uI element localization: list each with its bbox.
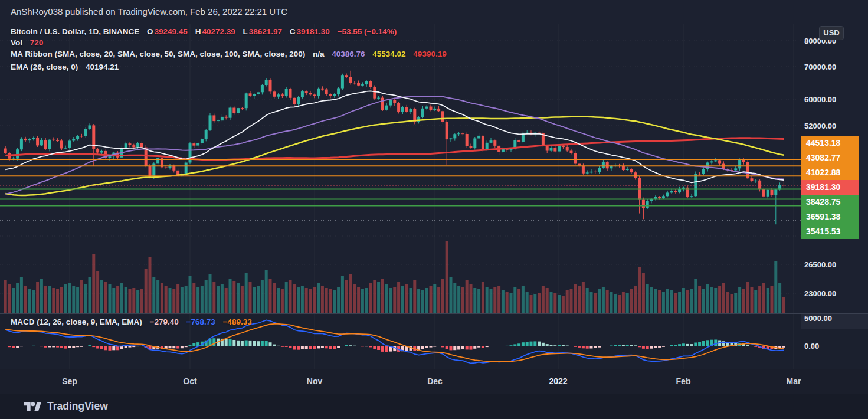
volume-bar bbox=[285, 282, 288, 313]
price-axis-tick: 26500.00 bbox=[804, 260, 836, 269]
price-axis-tick: 52000.00 bbox=[804, 122, 836, 130]
volume-bar bbox=[562, 296, 565, 313]
macd-histogram-bar bbox=[64, 346, 67, 349]
macd-histogram-bar bbox=[129, 346, 132, 348]
ma-ribbon-legend[interactable]: MA Ribbon (SMA, close, 20, SMA, close, 5… bbox=[11, 50, 452, 58]
macd-histogram-bar bbox=[289, 346, 292, 348]
candle bbox=[165, 168, 168, 168]
time-axis-label: 2022 bbox=[549, 369, 567, 394]
volume-bar bbox=[68, 283, 71, 313]
volume-bar bbox=[482, 282, 484, 313]
volume-bar bbox=[209, 274, 212, 313]
macd-histogram-bar bbox=[185, 346, 188, 347]
volume-bar bbox=[506, 292, 509, 313]
sma50-line bbox=[5, 96, 784, 194]
volume-bar bbox=[196, 287, 199, 313]
low-value: 38621.97 bbox=[249, 27, 282, 36]
volume-bar bbox=[361, 289, 364, 313]
macd-histogram-bar bbox=[313, 346, 316, 349]
candle bbox=[466, 134, 469, 146]
tradingview-brand[interactable]: TradingView bbox=[47, 394, 108, 419]
candle bbox=[566, 147, 569, 151]
volume-bar bbox=[550, 292, 553, 313]
macd-histogram-bar bbox=[365, 346, 368, 346]
volume-bar bbox=[100, 280, 103, 313]
volume-bar bbox=[477, 289, 480, 313]
symbol-legend[interactable]: Bitcoin / U.S. Dollar, 1D, BINANCE O3924… bbox=[11, 27, 402, 36]
macd-histogram-bar bbox=[241, 341, 244, 346]
macd-histogram-bar bbox=[36, 346, 39, 346]
volume-bar bbox=[731, 294, 733, 313]
candle bbox=[446, 122, 448, 139]
volume-bar bbox=[493, 287, 496, 313]
volume-bar bbox=[746, 282, 749, 313]
candle bbox=[24, 139, 27, 140]
candle bbox=[410, 109, 412, 112]
volume-bar bbox=[245, 273, 248, 313]
macd-histogram-bar bbox=[48, 346, 51, 348]
candle bbox=[229, 108, 232, 118]
volume-bar bbox=[145, 269, 148, 313]
candle bbox=[89, 125, 91, 129]
candle bbox=[441, 111, 444, 122]
candle bbox=[185, 163, 188, 174]
price-level-label: 44513.18 bbox=[801, 136, 859, 150]
candle bbox=[477, 136, 480, 139]
ema-legend[interactable]: EMA (26, close, 0) 40194.21 bbox=[11, 63, 124, 71]
macd-histogram-bar bbox=[84, 346, 87, 346]
volume-bar bbox=[205, 280, 208, 313]
macd-histogram-bar bbox=[558, 345, 561, 346]
volume-bar bbox=[313, 287, 316, 313]
volume-bar bbox=[241, 286, 244, 313]
macd-histogram-bar bbox=[329, 346, 332, 349]
candle bbox=[751, 178, 754, 181]
time-axis-label: Sep bbox=[62, 369, 77, 394]
macd-histogram-bar bbox=[466, 346, 469, 349]
volume-bar bbox=[602, 287, 605, 313]
macd-histogram-bar bbox=[626, 345, 629, 346]
macd-histogram-bar bbox=[56, 346, 59, 348]
price-axis-tick: 23000.00 bbox=[804, 289, 836, 298]
volume-bar bbox=[48, 286, 51, 313]
macd-histogram-bar bbox=[109, 346, 112, 351]
macd-histogram-bar bbox=[357, 346, 360, 346]
price-level-label: 38428.75 bbox=[801, 195, 859, 210]
candle bbox=[100, 151, 103, 153]
candle bbox=[401, 107, 404, 112]
candle bbox=[517, 140, 520, 142]
macd-histogram-bar bbox=[377, 346, 380, 350]
macd-histogram-bar bbox=[538, 342, 541, 346]
candle bbox=[734, 168, 737, 170]
candle bbox=[473, 139, 476, 148]
volume-bar bbox=[189, 276, 192, 313]
volume-bar bbox=[136, 290, 139, 313]
volume-bar bbox=[450, 277, 453, 313]
candle bbox=[317, 89, 320, 96]
macd-legend[interactable]: MACD (12, 26, close, 9, EMA, EMA) −279.4… bbox=[11, 317, 257, 326]
candle bbox=[129, 143, 132, 145]
chart-canvas[interactable] bbox=[0, 0, 868, 419]
macd-histogram-bar bbox=[610, 346, 613, 346]
candle bbox=[273, 91, 276, 97]
macd-histogram-bar bbox=[570, 346, 573, 346]
macd-histogram-bar bbox=[578, 346, 581, 348]
volume-label: Vol bbox=[11, 38, 22, 47]
volume-bar bbox=[381, 279, 384, 313]
pane-divider[interactable] bbox=[0, 313, 868, 314]
volume-bar bbox=[566, 290, 569, 313]
candle bbox=[365, 81, 368, 84]
currency-badge[interactable]: USD bbox=[819, 26, 844, 40]
ema-label: EMA (26, close, 0) bbox=[11, 63, 78, 71]
candle bbox=[767, 190, 769, 197]
volume-legend[interactable]: Vol 720 bbox=[11, 38, 48, 47]
high-value: 40272.39 bbox=[202, 27, 235, 36]
sma50-value: 40386.76 bbox=[332, 50, 365, 58]
candle bbox=[289, 89, 292, 98]
candle bbox=[590, 172, 593, 173]
tradingview-logo-icon[interactable] bbox=[24, 400, 41, 413]
candle bbox=[425, 107, 428, 109]
candle bbox=[405, 107, 408, 112]
candle bbox=[125, 143, 127, 148]
volume-bar bbox=[273, 283, 276, 313]
volume-bar bbox=[405, 284, 408, 313]
